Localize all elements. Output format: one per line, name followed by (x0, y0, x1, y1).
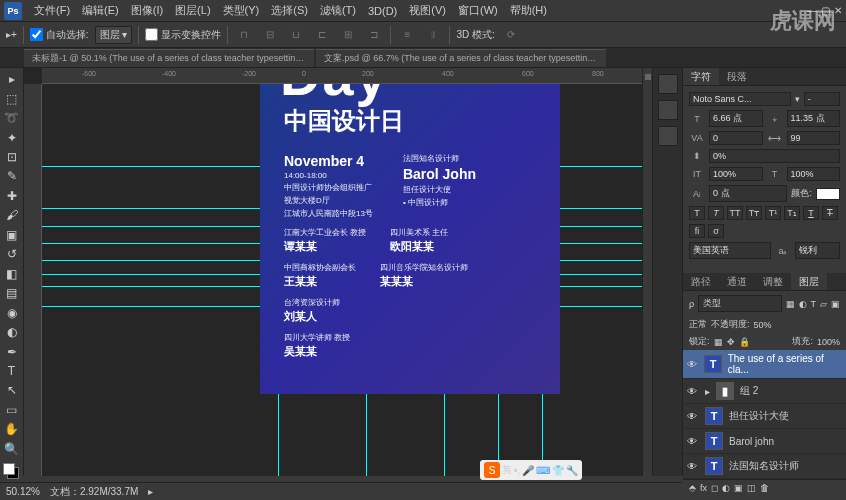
eyedropper-tool[interactable]: ✎ (2, 167, 22, 185)
heal-tool[interactable]: ✚ (2, 187, 22, 205)
layer-fx-icon[interactable]: fx (700, 483, 707, 493)
layer-row[interactable]: 👁 T The use of a series of cla... (683, 350, 846, 379)
filter-type-icon[interactable]: T (811, 299, 817, 309)
menu-type[interactable]: 类型(Y) (217, 3, 266, 18)
align-left-icon[interactable]: ⊏ (312, 26, 332, 44)
new-group-icon[interactable]: ▣ (734, 483, 743, 493)
menu-3d[interactable]: 3D(D) (362, 5, 403, 17)
menu-help[interactable]: 帮助(H) (504, 3, 553, 18)
maximize-icon[interactable]: ▢ (821, 5, 830, 16)
menu-image[interactable]: 图像(I) (125, 3, 169, 18)
visibility-toggle[interactable]: 👁 (687, 436, 699, 447)
ime-tool-icon[interactable]: 🔧 (566, 465, 578, 476)
allcaps-button[interactable]: TT (727, 206, 743, 220)
layer-name[interactable]: 担任设计大使 (729, 409, 789, 423)
kerning-field[interactable]: 0 (709, 131, 763, 145)
tab-paths[interactable]: 路径 (683, 273, 719, 290)
lasso-tool[interactable]: ➰ (2, 109, 22, 127)
ime-keyboard-icon[interactable]: ⌨ (536, 465, 550, 476)
filter-pixel-icon[interactable]: ▦ (786, 299, 795, 309)
align-bottom-icon[interactable]: ⊔ (286, 26, 306, 44)
baseline-field[interactable]: 0 点 (709, 185, 787, 202)
history-brush-tool[interactable]: ↺ (2, 245, 22, 263)
visibility-toggle[interactable]: 👁 (687, 411, 699, 422)
align-top-icon[interactable]: ⊓ (234, 26, 254, 44)
vscale-field[interactable]: 0% (709, 149, 840, 163)
visibility-toggle[interactable]: 👁 (687, 386, 699, 397)
menu-layer[interactable]: 图层(L) (169, 3, 216, 18)
layer-name[interactable]: 法国知名设计师 (729, 459, 799, 473)
canvas-area[interactable]: -600 -400 -200 0 200 400 600 800 1000 Da… (24, 68, 642, 476)
leading-field[interactable]: 11.35 点 (787, 110, 841, 127)
bold-button[interactable]: T (689, 206, 705, 220)
stamp-tool[interactable]: ▣ (2, 226, 22, 244)
lock-position-icon[interactable]: ✥ (727, 337, 735, 347)
filter-adjust-icon[interactable]: ◐ (799, 299, 807, 309)
ime-logo-icon[interactable]: S (484, 462, 500, 478)
folder-toggle-icon[interactable]: ▸ (705, 386, 710, 397)
italic-button[interactable]: T (708, 206, 724, 220)
opacity-field[interactable]: 50% (754, 320, 789, 330)
hand-tool[interactable]: ✋ (2, 420, 22, 438)
tab-adjustments[interactable]: 调整 (755, 273, 791, 290)
superscript-button[interactable]: T¹ (765, 206, 781, 220)
zoom-tool[interactable]: 🔍 (2, 440, 22, 458)
dock-swatches-icon[interactable] (658, 126, 678, 146)
font-style-dropdown[interactable]: - (804, 92, 840, 106)
menu-edit[interactable]: 编辑(E) (76, 3, 125, 18)
layer-name[interactable]: The use of a series of cla... (728, 353, 842, 375)
shape-tool[interactable]: ▭ (2, 401, 22, 419)
zoom-level[interactable]: 50.12% (6, 486, 40, 497)
antialias-dropdown[interactable]: 锐利 (795, 242, 840, 259)
align-right-icon[interactable]: ⊐ (364, 26, 384, 44)
smallcaps-button[interactable]: Tᴛ (746, 206, 762, 220)
underline-button[interactable]: T (803, 206, 819, 220)
adjustment-layer-icon[interactable]: ◐ (722, 483, 730, 493)
hscale2-field[interactable]: 100% (787, 167, 841, 181)
ime-skin-icon[interactable]: 👕 (552, 465, 564, 476)
ime-punct-icon[interactable]: •, (514, 465, 520, 476)
fill-field[interactable]: 100% (817, 337, 840, 347)
layer-row[interactable]: 👁 T 法国知名设计师 (683, 454, 846, 479)
collapse-handle-icon[interactable] (645, 74, 651, 80)
text-color-swatch[interactable] (816, 188, 840, 200)
auto-select-checkbox[interactable]: 自动选择: (30, 28, 89, 42)
distribute-icon[interactable]: ≡ (397, 26, 417, 44)
distribute2-icon[interactable]: ⫴ (423, 26, 443, 44)
auto-select-mode-dropdown[interactable]: 图层 ▾ (95, 26, 133, 44)
marquee-tool[interactable]: ⬚ (2, 89, 22, 107)
document-tab-1[interactable]: 未标题-1 @ 50.1% (The use of a series of cl… (24, 49, 314, 67)
filter-smart-icon[interactable]: ▣ (831, 299, 840, 309)
dodge-tool[interactable]: ◐ (2, 323, 22, 341)
show-transform-checkbox[interactable]: 显示变换控件 (145, 28, 221, 42)
layer-mask-icon[interactable]: ◻ (711, 483, 718, 493)
lock-all-icon[interactable]: 🔒 (739, 337, 750, 347)
hscale-field[interactable]: 100% (709, 167, 763, 181)
minimize-icon[interactable]: — (807, 5, 817, 16)
layer-row[interactable]: 👁 T Barol john (683, 429, 846, 454)
menu-file[interactable]: 文件(F) (28, 3, 76, 18)
menu-filter[interactable]: 滤镜(T) (314, 3, 362, 18)
pen-tool[interactable]: ✒ (2, 342, 22, 360)
tab-paragraph[interactable]: 段落 (719, 68, 755, 85)
brush-tool[interactable]: 🖌 (2, 206, 22, 224)
crop-tool[interactable]: ⊡ (2, 148, 22, 166)
menu-select[interactable]: 选择(S) (265, 3, 314, 18)
font-size-field[interactable]: 6.66 点 (709, 110, 763, 127)
opentype-fi[interactable]: fi (689, 224, 705, 238)
ime-lang[interactable]: 英 (502, 463, 512, 477)
layer-row[interactable]: 👁 ▸ ▮ 组 2 (683, 379, 846, 404)
document-tab-2[interactable]: 文案.psd @ 66.7% (The use of a series of c… (316, 49, 606, 67)
close-icon[interactable]: ✕ (834, 5, 842, 16)
blend-mode-dropdown[interactable]: 正常 (689, 318, 707, 331)
layer-name[interactable]: Barol john (729, 436, 774, 447)
path-tool[interactable]: ↖ (2, 381, 22, 399)
link-layers-icon[interactable]: ⬘ (689, 483, 696, 493)
3d-orbit-icon[interactable]: ⟳ (501, 26, 521, 44)
tab-character[interactable]: 字符 (683, 68, 719, 85)
dock-color-icon[interactable] (658, 100, 678, 120)
language-dropdown[interactable]: 美国英语 (689, 242, 771, 259)
menu-view[interactable]: 视图(V) (403, 3, 452, 18)
font-family-dropdown[interactable]: Noto Sans C... (689, 92, 791, 106)
menu-window[interactable]: 窗口(W) (452, 3, 504, 18)
